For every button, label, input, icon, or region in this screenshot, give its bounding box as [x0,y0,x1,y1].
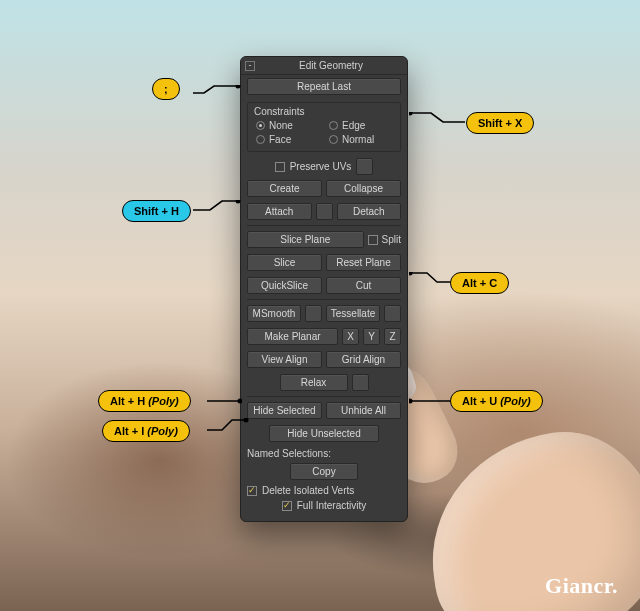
slice-button[interactable]: Slice [247,254,322,271]
shortcut-shift-h: Shift + H [122,200,191,222]
msmooth-button[interactable]: MSmooth [247,305,301,322]
cut-button[interactable]: Cut [326,277,401,294]
panel-title: Edit Geometry [259,60,403,71]
delete-isolated-label: Delete Isolated Verts [262,485,354,496]
grid-align-button[interactable]: Grid Align [326,351,401,368]
hide-selected-button[interactable]: Hide Selected [247,402,322,419]
preserve-uvs-label: Preserve UVs [290,161,352,172]
slice-plane-button[interactable]: Slice Plane [247,231,364,248]
attach-settings-button[interactable] [316,203,333,220]
svg-point-3 [409,272,413,276]
split-label: Split [382,234,401,245]
make-planar-button[interactable]: Make Planar [247,328,338,345]
planar-x-button[interactable]: X [342,328,359,345]
shortcut-alt-c: Alt + C [450,272,509,294]
radio-label: Normal [342,134,374,145]
radio-label: Edge [342,120,365,131]
create-button[interactable]: Create [247,180,322,197]
shortcut-shift-x: Shift + X [466,112,534,134]
radio-label: Face [269,134,291,145]
shortcut-alt-i: Alt + I(Poly) [102,420,190,442]
view-align-button[interactable]: View Align [247,351,322,368]
named-selections-label: Named Selections: [241,445,407,460]
relax-settings-button[interactable] [352,374,369,391]
shortcut-alt-h: Alt + H(Poly) [98,390,191,412]
constraint-face-radio[interactable]: Face [256,134,319,145]
preserve-uvs-settings-button[interactable] [356,158,373,175]
planar-z-button[interactable]: Z [384,328,401,345]
unhide-all-button[interactable]: Unhide All [326,402,401,419]
svg-point-1 [409,112,413,116]
split-checkbox[interactable] [368,235,378,245]
constraints-group: Constraints None Edge Face Normal [247,102,401,152]
repeat-last-button[interactable]: Repeat Last [247,78,401,95]
preserve-uvs-checkbox[interactable] [275,162,285,172]
radio-label: None [269,120,293,131]
constraint-none-radio[interactable]: None [256,120,319,131]
shortcut-semicolon: ; [152,78,180,100]
full-interactivity-label: Full Interactivity [297,500,366,511]
panel-collapse-button[interactable]: - [245,61,255,71]
collapse-button[interactable]: Collapse [326,180,401,197]
brand-logo: Giancr. [545,573,618,599]
tessellate-settings-button[interactable] [384,305,401,322]
msmooth-settings-button[interactable] [305,305,322,322]
attach-button[interactable]: Attach [247,203,312,220]
copy-button[interactable]: Copy [290,463,358,480]
quickslice-button[interactable]: QuickSlice [247,277,322,294]
constraints-label: Constraints [248,103,400,120]
tessellate-button[interactable]: Tessellate [326,305,380,322]
delete-isolated-checkbox[interactable] [247,486,257,496]
constraint-normal-radio[interactable]: Normal [329,134,392,145]
hide-unselected-button[interactable]: Hide Unselected [269,425,379,442]
relax-button[interactable]: Relax [280,374,348,391]
planar-y-button[interactable]: Y [363,328,380,345]
edit-geometry-panel: - Edit Geometry Repeat Last Constraints … [240,56,408,522]
shortcut-alt-u: Alt + U(Poly) [450,390,543,412]
detach-button[interactable]: Detach [337,203,402,220]
full-interactivity-checkbox[interactable] [282,501,292,511]
svg-point-7 [409,399,413,404]
reset-plane-button[interactable]: Reset Plane [326,254,401,271]
constraint-edge-radio[interactable]: Edge [329,120,392,131]
